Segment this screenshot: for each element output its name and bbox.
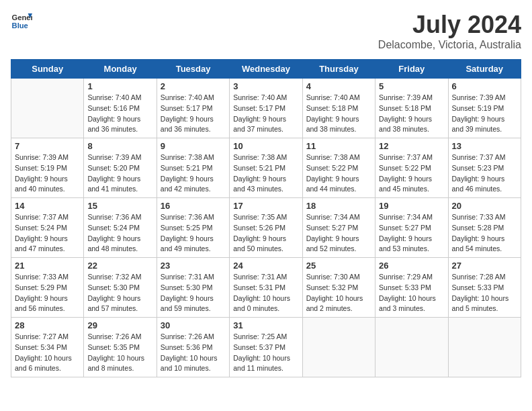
calendar-cell: 22Sunrise: 7:32 AMSunset: 5:30 PMDayligh… <box>84 258 157 318</box>
day-number: 29 <box>87 320 152 330</box>
day-number: 20 <box>452 201 517 211</box>
logo-icon: General Blue <box>11 11 32 32</box>
day-number: 22 <box>87 261 152 271</box>
day-info: Sunrise: 7:40 AMSunset: 5:18 PMDaylight:… <box>306 93 371 135</box>
day-number: 31 <box>233 320 298 330</box>
calendar-cell: 24Sunrise: 7:31 AMSunset: 5:31 PMDayligh… <box>230 258 302 318</box>
svg-text:Blue: Blue <box>12 21 28 30</box>
day-number: 18 <box>306 201 371 211</box>
calendar-cell <box>448 318 521 377</box>
calendar-weekday-saturday: Saturday <box>448 60 521 79</box>
day-info: Sunrise: 7:35 AMSunset: 5:26 PMDaylight:… <box>233 212 298 255</box>
day-number: 13 <box>452 141 517 151</box>
day-info: Sunrise: 7:31 AMSunset: 5:30 PMDaylight:… <box>161 272 226 314</box>
calendar-cell: 14Sunrise: 7:37 AMSunset: 5:24 PMDayligh… <box>11 198 84 258</box>
day-number: 9 <box>161 141 226 151</box>
day-number: 1 <box>87 81 152 91</box>
calendar-weekday-thursday: Thursday <box>302 60 375 79</box>
calendar-cell: 20Sunrise: 7:33 AMSunset: 5:28 PMDayligh… <box>448 198 521 258</box>
calendar-cell <box>302 318 375 377</box>
day-info: Sunrise: 7:40 AMSunset: 5:17 PMDaylight:… <box>161 93 226 135</box>
day-info: Sunrise: 7:27 AMSunset: 5:34 PMDaylight:… <box>15 332 80 374</box>
day-number: 2 <box>161 81 226 91</box>
subtitle: Delacombe, Victoria, Australia <box>378 39 521 51</box>
day-info: Sunrise: 7:37 AMSunset: 5:22 PMDaylight:… <box>379 152 444 195</box>
calendar-cell: 13Sunrise: 7:37 AMSunset: 5:23 PMDayligh… <box>448 138 521 198</box>
day-info: Sunrise: 7:37 AMSunset: 5:23 PMDaylight:… <box>452 152 517 195</box>
day-number: 28 <box>15 320 80 330</box>
calendar-cell: 2Sunrise: 7:40 AMSunset: 5:17 PMDaylight… <box>157 79 229 138</box>
calendar-cell: 17Sunrise: 7:35 AMSunset: 5:26 PMDayligh… <box>230 198 302 258</box>
calendar-weekday-tuesday: Tuesday <box>157 60 229 79</box>
day-info: Sunrise: 7:38 AMSunset: 5:21 PMDaylight:… <box>161 152 226 195</box>
day-number: 8 <box>87 141 152 151</box>
day-number: 12 <box>379 141 444 151</box>
calendar-week-row-1: 1Sunrise: 7:40 AMSunset: 5:16 PMDaylight… <box>11 79 521 138</box>
main-title: July 2024 <box>378 11 521 39</box>
day-info: Sunrise: 7:37 AMSunset: 5:24 PMDaylight:… <box>15 212 80 255</box>
calendar-week-row-4: 21Sunrise: 7:33 AMSunset: 5:29 PMDayligh… <box>11 258 521 318</box>
day-number: 16 <box>161 201 226 211</box>
day-number: 26 <box>379 261 444 271</box>
day-info: Sunrise: 7:38 AMSunset: 5:21 PMDaylight:… <box>233 152 298 195</box>
calendar-cell: 27Sunrise: 7:28 AMSunset: 5:33 PMDayligh… <box>448 258 521 318</box>
day-number: 7 <box>15 141 80 151</box>
calendar-cell: 19Sunrise: 7:34 AMSunset: 5:27 PMDayligh… <box>375 198 448 258</box>
day-info: Sunrise: 7:40 AMSunset: 5:16 PMDaylight:… <box>87 93 152 135</box>
day-number: 21 <box>15 261 80 271</box>
day-info: Sunrise: 7:33 AMSunset: 5:29 PMDaylight:… <box>15 272 80 314</box>
calendar-cell: 7Sunrise: 7:39 AMSunset: 5:19 PMDaylight… <box>11 138 84 198</box>
calendar-cell: 18Sunrise: 7:34 AMSunset: 5:27 PMDayligh… <box>302 198 375 258</box>
day-info: Sunrise: 7:39 AMSunset: 5:19 PMDaylight:… <box>15 152 80 195</box>
calendar-cell: 31Sunrise: 7:25 AMSunset: 5:37 PMDayligh… <box>230 318 302 377</box>
calendar-cell: 26Sunrise: 7:29 AMSunset: 5:33 PMDayligh… <box>375 258 448 318</box>
calendar-cell: 25Sunrise: 7:30 AMSunset: 5:32 PMDayligh… <box>302 258 375 318</box>
calendar-cell: 3Sunrise: 7:40 AMSunset: 5:17 PMDaylight… <box>230 79 302 138</box>
calendar-cell: 6Sunrise: 7:39 AMSunset: 5:19 PMDaylight… <box>448 79 521 138</box>
calendar-cell: 21Sunrise: 7:33 AMSunset: 5:29 PMDayligh… <box>11 258 84 318</box>
calendar-cell: 29Sunrise: 7:26 AMSunset: 5:35 PMDayligh… <box>84 318 157 377</box>
calendar-cell: 15Sunrise: 7:36 AMSunset: 5:24 PMDayligh… <box>84 198 157 258</box>
day-number: 19 <box>379 201 444 211</box>
day-info: Sunrise: 7:39 AMSunset: 5:18 PMDaylight:… <box>379 93 444 135</box>
calendar-week-row-5: 28Sunrise: 7:27 AMSunset: 5:34 PMDayligh… <box>11 318 521 377</box>
calendar-cell: 5Sunrise: 7:39 AMSunset: 5:18 PMDaylight… <box>375 79 448 138</box>
calendar-cell: 11Sunrise: 7:38 AMSunset: 5:22 PMDayligh… <box>302 138 375 198</box>
calendar-cell: 10Sunrise: 7:38 AMSunset: 5:21 PMDayligh… <box>230 138 302 198</box>
calendar-cell: 23Sunrise: 7:31 AMSunset: 5:30 PMDayligh… <box>157 258 229 318</box>
day-number: 17 <box>233 201 298 211</box>
logo: General Blue <box>11 11 32 32</box>
day-number: 5 <box>379 81 444 91</box>
day-info: Sunrise: 7:34 AMSunset: 5:27 PMDaylight:… <box>379 212 444 255</box>
title-area: July 2024 Delacombe, Victoria, Australia <box>378 11 521 51</box>
day-info: Sunrise: 7:36 AMSunset: 5:24 PMDaylight:… <box>87 212 152 255</box>
calendar-weekday-monday: Monday <box>84 60 157 79</box>
calendar-weekday-friday: Friday <box>375 60 448 79</box>
day-info: Sunrise: 7:38 AMSunset: 5:22 PMDaylight:… <box>306 152 371 195</box>
calendar-cell <box>11 79 84 138</box>
day-info: Sunrise: 7:40 AMSunset: 5:17 PMDaylight:… <box>233 93 298 135</box>
calendar-cell: 9Sunrise: 7:38 AMSunset: 5:21 PMDaylight… <box>157 138 229 198</box>
calendar-cell: 16Sunrise: 7:36 AMSunset: 5:25 PMDayligh… <box>157 198 229 258</box>
day-number: 24 <box>233 261 298 271</box>
day-number: 10 <box>233 141 298 151</box>
calendar-cell: 8Sunrise: 7:39 AMSunset: 5:20 PMDaylight… <box>84 138 157 198</box>
calendar-weekday-sunday: Sunday <box>11 60 84 79</box>
calendar-header-row: SundayMondayTuesdayWednesdayThursdayFrid… <box>11 60 521 79</box>
day-number: 4 <box>306 81 371 91</box>
calendar-week-row-3: 14Sunrise: 7:37 AMSunset: 5:24 PMDayligh… <box>11 198 521 258</box>
calendar-cell <box>375 318 448 377</box>
day-number: 11 <box>306 141 371 151</box>
day-info: Sunrise: 7:34 AMSunset: 5:27 PMDaylight:… <box>306 212 371 255</box>
day-info: Sunrise: 7:26 AMSunset: 5:35 PMDaylight:… <box>87 332 152 374</box>
day-number: 15 <box>87 201 152 211</box>
day-number: 23 <box>161 261 226 271</box>
day-info: Sunrise: 7:30 AMSunset: 5:32 PMDaylight:… <box>306 272 371 314</box>
calendar-cell: 1Sunrise: 7:40 AMSunset: 5:16 PMDaylight… <box>84 79 157 138</box>
day-number: 25 <box>306 261 371 271</box>
calendar-weekday-wednesday: Wednesday <box>230 60 302 79</box>
day-info: Sunrise: 7:26 AMSunset: 5:36 PMDaylight:… <box>161 332 226 374</box>
calendar-cell: 4Sunrise: 7:40 AMSunset: 5:18 PMDaylight… <box>302 79 375 138</box>
header: General Blue July 2024 Delacombe, Victor… <box>11 11 521 51</box>
day-info: Sunrise: 7:39 AMSunset: 5:19 PMDaylight:… <box>452 93 517 135</box>
